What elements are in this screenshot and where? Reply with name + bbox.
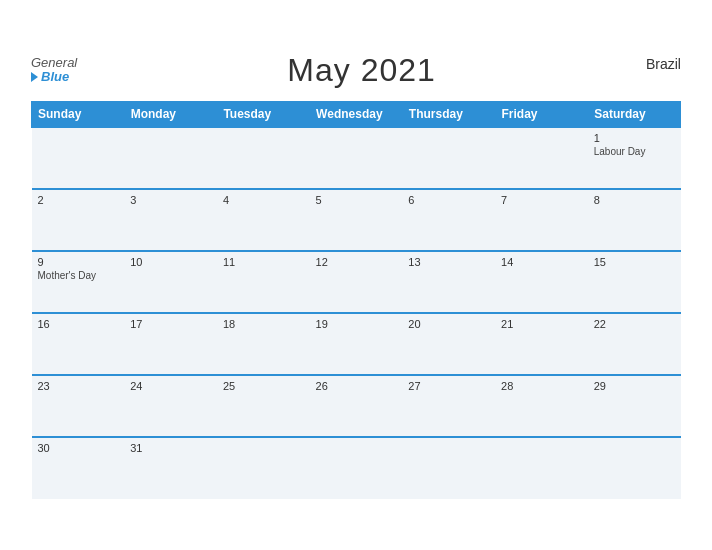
calendar-cell — [588, 437, 681, 499]
day-number: 7 — [501, 194, 582, 206]
calendar-cell: 21 — [495, 313, 588, 375]
calendar-cell: 28 — [495, 375, 588, 437]
header-wednesday: Wednesday — [310, 101, 403, 127]
logo-blue-text: Blue — [31, 70, 77, 84]
calendar-cell: 27 — [402, 375, 495, 437]
calendar-cell: 25 — [217, 375, 310, 437]
header-saturday: Saturday — [588, 101, 681, 127]
weekday-header-row: Sunday Monday Tuesday Wednesday Thursday… — [32, 101, 681, 127]
calendar-cell: 5 — [310, 189, 403, 251]
day-number: 24 — [130, 380, 211, 392]
calendar-table: Sunday Monday Tuesday Wednesday Thursday… — [31, 101, 681, 499]
calendar-cell: 16 — [32, 313, 125, 375]
day-number: 8 — [594, 194, 675, 206]
day-number: 14 — [501, 256, 582, 268]
day-number: 25 — [223, 380, 304, 392]
header-friday: Friday — [495, 101, 588, 127]
day-number: 28 — [501, 380, 582, 392]
day-number: 23 — [38, 380, 119, 392]
day-number: 29 — [594, 380, 675, 392]
header-monday: Monday — [124, 101, 217, 127]
calendar-container: General Blue May 2021 Brazil Sunday Mond… — [11, 36, 701, 515]
logo-triangle-icon — [31, 72, 38, 82]
day-number: 6 — [408, 194, 489, 206]
day-event: Mother's Day — [38, 270, 119, 281]
day-number: 30 — [38, 442, 119, 454]
calendar-week-row: 3031 — [32, 437, 681, 499]
day-number: 31 — [130, 442, 211, 454]
day-number: 4 — [223, 194, 304, 206]
calendar-cell: 8 — [588, 189, 681, 251]
calendar-cell — [495, 127, 588, 189]
calendar-cell — [124, 127, 217, 189]
day-number: 26 — [316, 380, 397, 392]
calendar-cell — [32, 127, 125, 189]
day-number: 27 — [408, 380, 489, 392]
calendar-cell — [495, 437, 588, 499]
day-number: 21 — [501, 318, 582, 330]
calendar-cell: 3 — [124, 189, 217, 251]
calendar-cell: 12 — [310, 251, 403, 313]
day-number: 1 — [594, 132, 675, 144]
calendar-week-row: 16171819202122 — [32, 313, 681, 375]
calendar-cell: 20 — [402, 313, 495, 375]
calendar-cell: 19 — [310, 313, 403, 375]
calendar-cell — [217, 437, 310, 499]
calendar-cell: 24 — [124, 375, 217, 437]
calendar-week-row: 2345678 — [32, 189, 681, 251]
calendar-cell: 22 — [588, 313, 681, 375]
logo: General Blue — [31, 56, 77, 85]
calendar-title: May 2021 — [287, 52, 436, 89]
header-sunday: Sunday — [32, 101, 125, 127]
logo-general-text: General — [31, 56, 77, 70]
calendar-cell: 18 — [217, 313, 310, 375]
calendar-cell — [310, 437, 403, 499]
day-number: 13 — [408, 256, 489, 268]
calendar-cell: 7 — [495, 189, 588, 251]
day-event: Labour Day — [594, 146, 675, 157]
day-number: 10 — [130, 256, 211, 268]
day-number: 20 — [408, 318, 489, 330]
header-tuesday: Tuesday — [217, 101, 310, 127]
calendar-cell — [402, 127, 495, 189]
day-number: 9 — [38, 256, 119, 268]
day-number: 15 — [594, 256, 675, 268]
calendar-cell: 11 — [217, 251, 310, 313]
calendar-cell: 30 — [32, 437, 125, 499]
calendar-cell: 17 — [124, 313, 217, 375]
calendar-cell — [217, 127, 310, 189]
calendar-cell — [310, 127, 403, 189]
calendar-week-row: 9Mother's Day101112131415 — [32, 251, 681, 313]
day-number: 17 — [130, 318, 211, 330]
calendar-week-row: 1Labour Day — [32, 127, 681, 189]
day-number: 3 — [130, 194, 211, 206]
calendar-week-row: 23242526272829 — [32, 375, 681, 437]
header-thursday: Thursday — [402, 101, 495, 127]
calendar-cell: 26 — [310, 375, 403, 437]
day-number: 12 — [316, 256, 397, 268]
calendar-cell: 9Mother's Day — [32, 251, 125, 313]
day-number: 11 — [223, 256, 304, 268]
calendar-cell: 29 — [588, 375, 681, 437]
calendar-cell: 6 — [402, 189, 495, 251]
day-number: 16 — [38, 318, 119, 330]
calendar-cell: 1Labour Day — [588, 127, 681, 189]
calendar-cell: 2 — [32, 189, 125, 251]
day-number: 22 — [594, 318, 675, 330]
calendar-cell: 13 — [402, 251, 495, 313]
calendar-cell — [402, 437, 495, 499]
day-number: 2 — [38, 194, 119, 206]
calendar-header: General Blue May 2021 Brazil — [31, 52, 681, 89]
calendar-cell: 14 — [495, 251, 588, 313]
day-number: 19 — [316, 318, 397, 330]
calendar-country: Brazil — [646, 56, 681, 72]
day-number: 5 — [316, 194, 397, 206]
calendar-cell: 10 — [124, 251, 217, 313]
calendar-cell: 31 — [124, 437, 217, 499]
calendar-cell: 15 — [588, 251, 681, 313]
calendar-cell: 4 — [217, 189, 310, 251]
day-number: 18 — [223, 318, 304, 330]
calendar-cell: 23 — [32, 375, 125, 437]
